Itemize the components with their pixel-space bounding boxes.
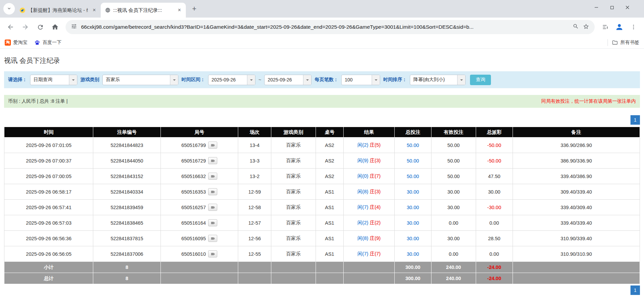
total-bet-link[interactable]: 30.00 bbox=[407, 236, 419, 241]
date-end-input[interactable]: 2025-09-26 bbox=[264, 75, 312, 85]
close-button[interactable] bbox=[620, 0, 635, 15]
result-player: 闲(8) bbox=[357, 189, 368, 194]
cell-payout: 28.50 bbox=[476, 231, 513, 246]
table-body: 2025-09-26 07:01:05 522841844823 6505167… bbox=[4, 138, 640, 262]
page-number-button[interactable]: 1 bbox=[630, 115, 640, 125]
cell-payout: -30.00 bbox=[476, 200, 513, 215]
cell-valid-bet: 50.00 bbox=[431, 169, 476, 184]
site-settings-icon[interactable] bbox=[71, 23, 77, 31]
table-row: 2025-09-26 07:00:37 522841844050 6505167… bbox=[4, 153, 640, 169]
sort-order-value: 降幂(由大到小) bbox=[410, 77, 457, 83]
result-player: 闲(7) bbox=[357, 204, 368, 210]
video-replay-icon[interactable] bbox=[208, 142, 217, 149]
cell-remark: 339.40/339.40 bbox=[513, 215, 640, 231]
cell-payout: 47.50 bbox=[476, 169, 513, 184]
minimize-button[interactable] bbox=[589, 0, 604, 15]
profile-avatar[interactable] bbox=[614, 21, 625, 33]
total-label: 总计 bbox=[4, 273, 93, 284]
page-title: 视讯 会员下注纪录 bbox=[4, 56, 640, 65]
bookmark-star-icon[interactable] bbox=[583, 23, 589, 31]
bookmarks-bar-right: 所有书签 bbox=[608, 39, 639, 46]
total-bet-link[interactable]: 30.00 bbox=[407, 220, 419, 226]
cell-session: 12-58 bbox=[238, 200, 271, 215]
cell-remark: 309.40/339.40 bbox=[513, 184, 640, 200]
total-payout: -24.00 bbox=[476, 273, 513, 284]
total-bet-link[interactable]: 50.00 bbox=[407, 174, 419, 179]
page-size-select[interactable]: 100 bbox=[341, 75, 380, 85]
chevron-down-icon[interactable] bbox=[69, 75, 77, 85]
chevron-down-icon[interactable] bbox=[303, 75, 311, 85]
cell-table-no: AS2 bbox=[316, 169, 344, 184]
chevron-down-icon[interactable] bbox=[170, 75, 178, 85]
tab-betrecord[interactable]: :::视讯 会员下注纪录::: × bbox=[101, 3, 186, 18]
date-start-input[interactable]: 2025-09-26 bbox=[208, 75, 255, 85]
cell-game: 百家乐 bbox=[271, 246, 316, 262]
url-text[interactable]: 66cxkj98.com/game/betrecord_search/kind3… bbox=[81, 24, 569, 30]
summary-currency-count: 币别 : 人民币 | 总共 :8 注单 | bbox=[8, 98, 68, 104]
result-banker: 庄(5) bbox=[370, 142, 380, 148]
table-header-row: 时间 注单编号 局号 场次 游戏类别 桌号 结果 总投注 有效投注 总派彩 备注 bbox=[4, 127, 640, 138]
chevron-down-icon[interactable] bbox=[372, 75, 380, 85]
cell-valid-bet: 50.00 bbox=[431, 138, 476, 153]
video-replay-icon[interactable] bbox=[208, 235, 217, 242]
video-replay-icon[interactable] bbox=[208, 173, 217, 180]
cell-table-no: AS1 bbox=[316, 200, 344, 215]
chevron-down-icon[interactable] bbox=[457, 75, 465, 85]
query-type-select[interactable]: 日期查询 bbox=[30, 75, 77, 85]
address-bar[interactable]: 66cxkj98.com/game/betrecord_search/kind3… bbox=[66, 20, 595, 34]
tab-search-button[interactable] bbox=[3, 3, 15, 15]
game-type-label: 游戏类别 bbox=[80, 77, 99, 83]
back-button[interactable] bbox=[3, 20, 18, 34]
home-button[interactable] bbox=[48, 20, 62, 34]
filter-bar: 请选择： 日期查询 游戏类别 百家乐 时间区间： 2025-09-26 ~ 20… bbox=[4, 71, 640, 88]
result-banker: 庄(7) bbox=[370, 251, 380, 256]
query-type-label: 请选择： bbox=[8, 77, 27, 83]
video-replay-icon[interactable] bbox=[208, 219, 217, 226]
cell-result: 闲(2) 庄(2) bbox=[344, 215, 394, 231]
video-replay-icon[interactable] bbox=[208, 250, 217, 257]
tab-close-icon[interactable]: × bbox=[91, 6, 98, 14]
bookmark-taobao[interactable]: 淘 爱淘宝 bbox=[5, 40, 27, 46]
all-bookmarks-button[interactable]: 所有书签 bbox=[612, 40, 639, 46]
result-banker: 庄(3) bbox=[370, 158, 380, 163]
toolbar-right bbox=[598, 20, 641, 34]
page-number-button[interactable]: 1 bbox=[630, 285, 640, 295]
sort-order-select[interactable]: 降幂(由大到小) bbox=[410, 75, 466, 85]
round-id-text: 650516799 bbox=[181, 143, 206, 148]
total-bet-link[interactable]: 30.00 bbox=[407, 189, 419, 195]
total-bet-link[interactable]: 50.00 bbox=[407, 158, 419, 164]
cell-round-id: 650516010 bbox=[160, 246, 238, 262]
total-bet-link[interactable]: 50.00 bbox=[407, 143, 419, 148]
cell-payout: 0.00 bbox=[476, 215, 513, 231]
forward-button[interactable] bbox=[18, 20, 32, 34]
cell-payout: 30.00 bbox=[476, 184, 513, 200]
cell-total-bet: 30.00 bbox=[394, 184, 431, 200]
chevron-down-icon[interactable] bbox=[247, 75, 255, 85]
pagination-bottom: 1 bbox=[4, 285, 640, 295]
new-tab-button[interactable]: + bbox=[189, 3, 200, 15]
search-button[interactable]: 查询 bbox=[470, 75, 491, 85]
total-bet-link[interactable]: 30.00 bbox=[407, 205, 419, 210]
maximize-button[interactable] bbox=[604, 0, 620, 15]
video-replay-icon[interactable] bbox=[208, 157, 217, 164]
video-replay-icon[interactable] bbox=[208, 188, 217, 195]
col-header-total-bet: 总投注 bbox=[394, 127, 431, 138]
refresh-button[interactable] bbox=[33, 20, 47, 34]
cell-session: 12-55 bbox=[238, 246, 271, 262]
bookmark-baidu[interactable]: 百度一下 bbox=[34, 40, 61, 46]
menu-kebab-icon[interactable] bbox=[626, 20, 641, 34]
extensions-icon[interactable] bbox=[598, 20, 612, 34]
round-id-text: 650516353 bbox=[181, 189, 206, 195]
tab-close-icon[interactable]: × bbox=[176, 6, 183, 14]
cell-game: 百家乐 bbox=[271, 138, 316, 153]
zoom-icon[interactable] bbox=[573, 23, 579, 31]
cell-result: 闲(8) 庄(9) bbox=[344, 231, 394, 246]
cell-total-bet: 50.00 bbox=[394, 153, 431, 169]
tab-forum[interactable]: 【新提醒】海燕策略论坛 - 综合 × bbox=[16, 3, 101, 18]
cell-round-id: 650516632 bbox=[160, 169, 238, 184]
video-replay-icon[interactable] bbox=[208, 204, 217, 211]
game-type-select[interactable]: 百家乐 bbox=[102, 75, 178, 85]
tab-strip: 【新提醒】海燕策略论坛 - 综合 × :::视讯 会员下注纪录::: × + bbox=[0, 0, 644, 18]
total-bet-link[interactable]: 30.00 bbox=[407, 251, 419, 257]
subtotal-payout: -24.00 bbox=[476, 262, 513, 273]
